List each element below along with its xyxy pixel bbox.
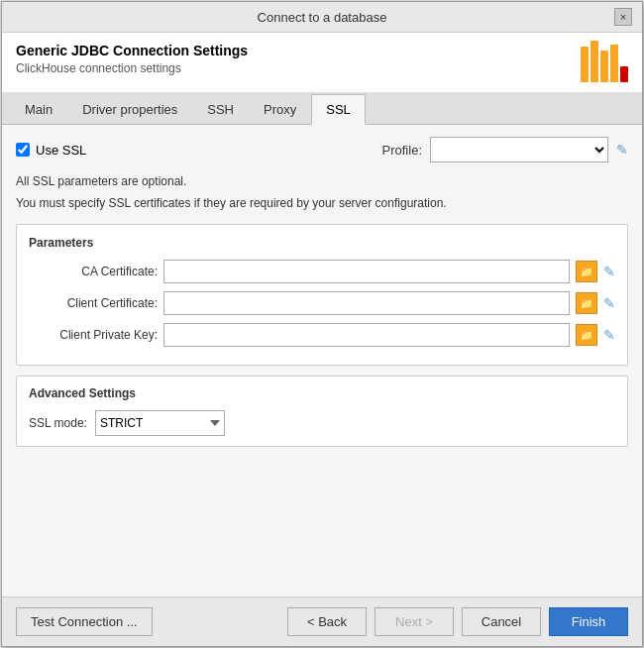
client-key-label: Client Private Key: xyxy=(29,328,158,342)
ssl-row: Use SSL Profile: ✎ xyxy=(16,137,628,162)
client-cert-row: Client Certificate: 📁 ✎ xyxy=(29,291,615,315)
logo-bar-4 xyxy=(610,45,618,82)
ca-cert-input[interactable] xyxy=(163,260,570,283)
client-key-folder-button[interactable]: 📁 xyxy=(576,324,597,346)
adv-title: Advanced Settings xyxy=(29,386,615,400)
profile-select[interactable] xyxy=(430,137,608,162)
tab-proxy[interactable]: Proxy xyxy=(249,94,311,125)
cancel-button[interactable]: Cancel xyxy=(462,607,541,636)
profile-edit-button[interactable]: ✎ xyxy=(616,142,628,158)
header-subtitle: ClickHouse connection settings xyxy=(16,61,248,75)
client-key-input[interactable] xyxy=(163,323,570,347)
tab-ssh[interactable]: SSH xyxy=(192,94,249,125)
ssl-left: Use SSL xyxy=(16,143,86,158)
finish-button[interactable]: Finish xyxy=(549,607,628,636)
profile-row: Profile: ✎ xyxy=(382,137,628,162)
use-ssl-label: Use SSL xyxy=(36,143,86,158)
logo-bar-2 xyxy=(590,41,598,82)
ca-cert-label: CA Certificate: xyxy=(29,265,158,278)
dialog-title: Connect to a database xyxy=(30,10,614,25)
test-connection-button[interactable]: Test Connection ... xyxy=(16,607,153,636)
tab-ssl[interactable]: SSL xyxy=(311,94,366,125)
header-info: Generic JDBC Connection Settings ClickHo… xyxy=(16,43,248,75)
client-cert-folder-button[interactable]: 📁 xyxy=(576,292,597,314)
client-cert-input[interactable] xyxy=(163,291,570,315)
use-ssl-checkbox[interactable] xyxy=(16,143,30,157)
header-section: Generic JDBC Connection Settings ClickHo… xyxy=(2,33,642,93)
ca-cert-folder-button[interactable]: 📁 xyxy=(576,261,597,282)
header-title: Generic JDBC Connection Settings xyxy=(16,43,248,58)
client-key-row: Client Private Key: 📁 ✎ xyxy=(29,323,615,347)
profile-label: Profile: xyxy=(382,143,422,158)
info-text-2: You must specify SSL certificates if the… xyxy=(16,194,628,212)
parameters-section: Parameters CA Certificate: 📁 ✎ Client Ce… xyxy=(16,224,628,366)
next-button[interactable]: Next > xyxy=(375,607,454,636)
logo-bar-5 xyxy=(620,66,628,82)
adv-row: SSL mode: STRICT NONE REQUIRE VERIFY_CA … xyxy=(29,410,615,436)
tabs-row: Main Driver properties SSH Proxy SSL xyxy=(2,93,642,125)
params-title: Parameters xyxy=(29,236,99,250)
ca-cert-link-button[interactable]: ✎ xyxy=(603,264,615,279)
content: Use SSL Profile: ✎ All SSL parameters ar… xyxy=(2,125,642,596)
close-button[interactable]: × xyxy=(614,8,632,26)
tab-driver-properties[interactable]: Driver properties xyxy=(67,94,192,125)
info-text-1: All SSL parameters are optional. xyxy=(16,172,628,190)
footer: Test Connection ... < Back Next > Cancel… xyxy=(2,596,642,646)
client-key-link-button[interactable]: ✎ xyxy=(603,327,615,343)
logo-bar-3 xyxy=(600,51,608,82)
params-header: Parameters xyxy=(29,235,615,250)
logo-bar-1 xyxy=(581,47,589,82)
client-cert-link-button[interactable]: ✎ xyxy=(603,295,615,311)
dialog: Connect to a database × Generic JDBC Con… xyxy=(1,1,643,647)
title-bar: Connect to a database × xyxy=(2,2,642,33)
back-button[interactable]: < Back xyxy=(287,607,367,636)
advanced-section: Advanced Settings SSL mode: STRICT NONE … xyxy=(16,376,628,447)
ca-cert-row: CA Certificate: 📁 ✎ xyxy=(29,260,615,283)
tab-main[interactable]: Main xyxy=(10,94,67,125)
logo xyxy=(581,43,628,82)
ssl-mode-label: SSL mode: xyxy=(29,416,87,430)
client-cert-label: Client Certificate: xyxy=(29,296,158,310)
ssl-mode-select[interactable]: STRICT NONE REQUIRE VERIFY_CA VERIFY_IDE… xyxy=(95,410,225,436)
